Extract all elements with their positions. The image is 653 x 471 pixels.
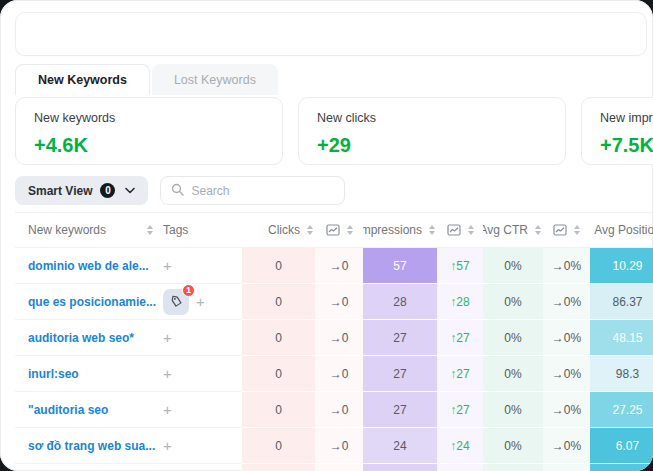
sort-control[interactable] — [147, 225, 153, 235]
avg-position-cell: 6.07 — [590, 428, 653, 464]
line-chart-icon[interactable] — [553, 224, 567, 236]
avg-ctr-cell: 0% — [483, 320, 543, 356]
keyword-cell — [15, 464, 157, 471]
ctr-trend-cell: →0% — [543, 248, 590, 284]
keyword-link[interactable]: sơ đồ trang web sua... — [28, 439, 155, 453]
ctr-trend-cell: →0% — [543, 284, 590, 320]
keywords-table: New keywords Tags Clicks Impressions — [15, 212, 653, 471]
impressions-cell: 27 — [363, 356, 437, 392]
impressions-delta-cell: ↑24 — [437, 428, 483, 464]
avg-ctr-cell: 0% — [483, 248, 543, 284]
impressions-cell: 24 — [363, 428, 437, 464]
avg-ctr-cell — [483, 464, 543, 471]
clicks-cell — [242, 464, 315, 471]
col-label: New keywords — [28, 223, 106, 237]
stat-card-new-impressions: New impressions +7.5K — [581, 97, 653, 165]
add-tag-button[interactable]: + — [196, 294, 205, 309]
clicks-cell: 0 — [242, 248, 315, 284]
sort-control[interactable] — [347, 225, 353, 235]
col-header-impressions-trend — [437, 213, 483, 247]
tags-cell: + — [157, 428, 242, 464]
stat-value: +7.5K — [600, 134, 653, 157]
keywords-dashboard: New Keywords Lost Keywords New keywords … — [0, 0, 653, 471]
avg-ctr-cell: 0% — [483, 356, 543, 392]
keyword-cell: que es posicionamie... — [15, 284, 157, 320]
keyword-link[interactable]: "auditoria seo — [28, 403, 108, 417]
tags-cell: + — [157, 356, 242, 392]
search-icon — [171, 182, 184, 200]
stat-value: +29 — [317, 134, 547, 157]
add-tag-button[interactable]: + — [163, 366, 172, 381]
stat-card-new-keywords: New keywords +4.6K — [15, 97, 283, 165]
add-tag-button[interactable]: + — [163, 330, 172, 345]
col-header-ctr-trend — [543, 213, 590, 247]
clicks-cell: 0 — [242, 428, 315, 464]
table-header: New keywords Tags Clicks Impressions — [15, 212, 653, 248]
col-header-tags: Tags — [157, 213, 242, 247]
clicks-trend-cell: →0 — [315, 392, 363, 428]
tag-count-badge: 1 — [182, 284, 195, 297]
sort-control[interactable] — [429, 225, 435, 235]
tags-cell: + — [157, 320, 242, 356]
tab-new-keywords[interactable]: New Keywords — [15, 64, 150, 95]
keyword-cell: auditoria web seo* — [15, 320, 157, 356]
impressions-cell — [363, 464, 437, 471]
impressions-cell: 27 — [363, 392, 437, 428]
stat-value: +4.6K — [34, 134, 264, 157]
chevron-down-icon — [125, 187, 135, 194]
impressions-cell: 28 — [363, 284, 437, 320]
keyword-link[interactable]: auditoria web seo* — [28, 331, 134, 345]
keyword-link[interactable]: dominio web de ale... — [28, 259, 149, 273]
tag-icon-button[interactable]: 1 — [163, 289, 189, 315]
search-box — [160, 176, 345, 205]
avg-ctr-cell: 0% — [483, 428, 543, 464]
clicks-trend-cell: →0 — [315, 284, 363, 320]
sort-control[interactable] — [307, 225, 313, 235]
table-row: que es posicionamie... 1 + 0 →0 28 ↑28 0… — [15, 284, 653, 320]
clicks-trend-cell: →0 — [315, 320, 363, 356]
table-row: dominio web de ale... + 0 →0 57 ↑57 0% →… — [15, 248, 653, 284]
avg-ctr-cell: 0% — [483, 284, 543, 320]
add-tag-button[interactable]: + — [163, 258, 172, 273]
stat-label: New impressions — [600, 111, 653, 125]
smart-view-dropdown[interactable]: Smart View 0 — [15, 176, 148, 205]
line-chart-icon[interactable] — [326, 224, 340, 236]
sort-control[interactable] — [574, 225, 580, 235]
ctr-trend-cell: →0% — [543, 320, 590, 356]
search-input[interactable] — [191, 184, 334, 198]
keyword-link[interactable]: que es posicionamie... — [28, 295, 156, 309]
col-label: Avg CTR — [483, 223, 528, 237]
top-toolbar-panel — [15, 12, 647, 56]
table-row: sơ đồ trang web sua... + 0 →0 24 ↑24 0% … — [15, 428, 653, 464]
line-chart-icon[interactable] — [447, 224, 461, 236]
avg-position-cell: 48.15 — [590, 320, 653, 356]
impressions-delta-cell: ↑27 — [437, 356, 483, 392]
sort-control[interactable] — [535, 225, 541, 235]
col-header-avg-position: Avg Position — [590, 213, 653, 247]
keyword-cell: "auditoria seo — [15, 392, 157, 428]
ctr-trend-cell — [543, 464, 590, 471]
tab-lost-keywords[interactable]: Lost Keywords — [152, 64, 278, 95]
col-header-impressions: Impressions — [363, 213, 437, 247]
impressions-delta-cell: ↑27 — [437, 320, 483, 356]
clicks-trend-cell — [315, 464, 363, 471]
add-tag-button[interactable]: + — [163, 402, 172, 417]
keyword-link[interactable]: inurl:seo — [28, 367, 79, 381]
clicks-cell: 0 — [242, 284, 315, 320]
avg-ctr-cell: 0% — [483, 392, 543, 428]
clicks-trend-cell: →0 — [315, 428, 363, 464]
stat-card-new-clicks: New clicks +29 — [298, 97, 566, 165]
col-label: Impressions — [363, 223, 422, 237]
sort-control[interactable] — [468, 225, 474, 235]
table-body: dominio web de ale... + 0 →0 57 ↑57 0% →… — [15, 248, 653, 471]
tags-cell: 1 + — [157, 284, 242, 320]
add-tag-button[interactable]: + — [163, 438, 172, 453]
table-controls: Smart View 0 — [15, 176, 345, 205]
clicks-cell: 0 — [242, 392, 315, 428]
clicks-cell: 0 — [242, 320, 315, 356]
keyword-cell: sơ đồ trang web sua... — [15, 428, 157, 464]
stat-cards: New keywords +4.6K New clicks +29 New im… — [15, 97, 653, 165]
tags-cell: + — [157, 248, 242, 284]
col-label: Avg Position — [594, 223, 653, 237]
stat-label: New keywords — [34, 111, 264, 125]
